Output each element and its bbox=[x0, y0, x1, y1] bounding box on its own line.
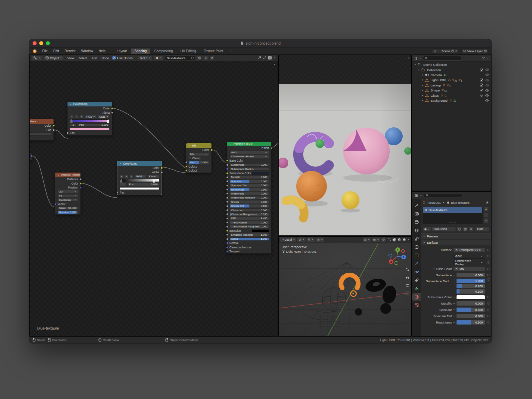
color-output-socket[interactable] bbox=[53, 125, 55, 127]
mix-button[interactable]: Mix bbox=[453, 266, 485, 271]
ior-input-socket[interactable] bbox=[226, 217, 228, 219]
list-resize-grip[interactable] bbox=[448, 222, 457, 223]
unlink-material-button[interactable]: × bbox=[203, 56, 208, 60]
subsurface-radius-field[interactable]: Subsurface Radius bbox=[229, 167, 269, 171]
workspace-tab[interactable]: Shading bbox=[131, 49, 150, 54]
stop-index-field[interactable]: 1 bbox=[120, 183, 126, 187]
subsurface-color-input-socket[interactable] bbox=[226, 172, 228, 174]
slot-specials-button[interactable] bbox=[483, 218, 489, 223]
stop-index-field[interactable]: 1 bbox=[70, 123, 76, 127]
decorator-dot[interactable] bbox=[487, 302, 489, 305]
outliner-item-backup[interactable]: backup3 bbox=[412, 83, 491, 88]
decorator-dot[interactable] bbox=[487, 249, 489, 251]
specular-tint-slider[interactable]: Specular Tint0.000 bbox=[229, 184, 269, 187]
close-window-button[interactable] bbox=[33, 41, 37, 45]
color-output-socket[interactable] bbox=[210, 149, 213, 151]
emission-strength-input-socket[interactable] bbox=[226, 234, 228, 236]
workspace-tab[interactable]: UV Editing bbox=[177, 49, 200, 54]
snapping-selector[interactable] bbox=[307, 237, 315, 242]
breadcrumb-material[interactable]: Blue-textaure bbox=[451, 201, 470, 204]
properties-search-input[interactable] bbox=[430, 194, 461, 198]
workspace-tab[interactable]: Compositing bbox=[151, 49, 177, 54]
editor-menu-item[interactable]: Add bbox=[89, 56, 99, 60]
ramp-stop-0[interactable] bbox=[70, 119, 72, 123]
menu-item[interactable]: Window bbox=[79, 49, 95, 54]
color1-input-socket[interactable] bbox=[185, 165, 188, 168]
collapse-node-icon[interactable] bbox=[188, 144, 191, 147]
expand-arrow-icon[interactable] bbox=[421, 73, 424, 76]
decorator-dot[interactable] bbox=[487, 315, 489, 317]
node-colorramp-1[interactable]: ColorRamp Color Alpha + − RGB Ease 1 bbox=[67, 101, 112, 136]
outliner-item-glass[interactable]: Glass bbox=[412, 93, 491, 98]
alpha-slider[interactable]: Alpha1.000 bbox=[229, 237, 269, 241]
clearcoat-normal-input-socket[interactable] bbox=[226, 246, 228, 248]
menu-item[interactable]: Edit bbox=[51, 49, 61, 54]
material-name-field[interactable]: Blue-texta... bbox=[432, 226, 456, 232]
node-header[interactable]: Principled BSDF bbox=[227, 142, 271, 146]
properties-tab-output[interactable] bbox=[412, 218, 421, 226]
scene-selector[interactable]: Scene × bbox=[432, 49, 459, 54]
viewport-scene[interactable]: Y Z X bbox=[279, 243, 412, 336]
stop-position-slider[interactable]: Pos1.000 bbox=[77, 123, 110, 127]
alpha-input-socket[interactable] bbox=[226, 238, 228, 240]
color-mode-select[interactable]: RGB bbox=[85, 115, 97, 119]
material-slot-list[interactable]: Blue-textaure bbox=[423, 207, 482, 224]
specular-tint-input-socket[interactable] bbox=[226, 184, 228, 187]
dimensions-select[interactable]: 3D bbox=[58, 190, 78, 194]
shader-type-selector[interactable]: Object bbox=[44, 56, 64, 60]
metallic-input-socket[interactable] bbox=[226, 176, 228, 178]
xray-toggle[interactable] bbox=[381, 237, 386, 242]
remove-stop-button[interactable]: − bbox=[125, 175, 129, 178]
expand-arrow-icon[interactable] bbox=[414, 63, 417, 66]
properties-tab-render[interactable] bbox=[412, 210, 421, 217]
subsurface-color-swatch[interactable] bbox=[456, 295, 485, 300]
pivot-point-selector[interactable] bbox=[297, 237, 306, 242]
fake-user-button[interactable] bbox=[457, 226, 462, 232]
ramp-specials-button[interactable] bbox=[80, 115, 84, 119]
randomness-slider[interactable]: Randomn0.933 bbox=[58, 210, 78, 214]
visibility-eye-toggle[interactable] bbox=[485, 98, 489, 102]
sheen-tint-input-socket[interactable] bbox=[226, 205, 228, 207]
material-slot-selected[interactable]: Blue-textaure bbox=[423, 207, 482, 213]
color2-input-socket[interactable] bbox=[185, 170, 188, 172]
properties-tab-constraints[interactable] bbox=[412, 277, 421, 284]
properties-editor-icon[interactable] bbox=[414, 194, 418, 198]
subsurface-slider[interactable]: Subsurface0.000 bbox=[229, 163, 269, 167]
collapse-node-icon[interactable] bbox=[57, 174, 60, 177]
link-target-select[interactable]: Data bbox=[475, 226, 489, 232]
alpha-output-socket[interactable] bbox=[111, 111, 113, 114]
new-view-layer-icon[interactable] bbox=[484, 50, 487, 53]
properties-tab-physics[interactable] bbox=[412, 268, 421, 276]
selectability-checkbox[interactable] bbox=[480, 94, 483, 97]
tangent-input-socket[interactable] bbox=[226, 250, 228, 252]
ior-slider[interactable]: IOR1.450 bbox=[229, 217, 269, 220]
decorator-dot[interactable] bbox=[487, 321, 489, 324]
emission-strength-slider[interactable]: Emission Strength1.000 bbox=[229, 233, 269, 237]
blend-mode-select[interactable]: Mix bbox=[189, 152, 209, 156]
fac-output-socket[interactable] bbox=[53, 129, 55, 131]
roughness-slider[interactable]: 0.500 bbox=[456, 320, 485, 325]
properties-tab-modifiers[interactable] bbox=[412, 260, 421, 267]
subsurface-radius-input-socket[interactable] bbox=[226, 168, 228, 170]
properties-tab-texture[interactable] bbox=[412, 302, 421, 309]
visibility-eye-toggle[interactable] bbox=[485, 78, 489, 82]
remove-slot-button[interactable]: − bbox=[483, 212, 489, 217]
expand-arrow-icon[interactable] bbox=[421, 99, 424, 102]
unlink-material-button[interactable]: × bbox=[468, 226, 474, 232]
add-slot-button[interactable]: + bbox=[483, 207, 489, 212]
anisotropic-input-socket[interactable] bbox=[226, 193, 228, 195]
normal-input-socket[interactable] bbox=[226, 242, 228, 244]
transmission-input-socket[interactable] bbox=[226, 221, 228, 224]
properties-tab-world[interactable] bbox=[412, 243, 421, 251]
distance-output-socket[interactable] bbox=[79, 178, 82, 181]
transform-arrow-icon[interactable] bbox=[257, 56, 261, 60]
scale-slider[interactable]: Scale54.400 bbox=[58, 206, 78, 210]
fake-user-shield-icon[interactable] bbox=[191, 57, 194, 60]
node-header[interactable]: Voronoi Texture bbox=[55, 173, 80, 177]
collapse-node-icon[interactable] bbox=[119, 162, 122, 165]
surface-panel-header[interactable]: Surface bbox=[421, 240, 491, 245]
specular-input-socket[interactable] bbox=[226, 180, 228, 183]
add-stop-button[interactable]: + bbox=[70, 115, 74, 119]
blender-logo-icon[interactable] bbox=[32, 49, 37, 54]
subsurface-slider[interactable]: 0.000 bbox=[456, 273, 485, 278]
